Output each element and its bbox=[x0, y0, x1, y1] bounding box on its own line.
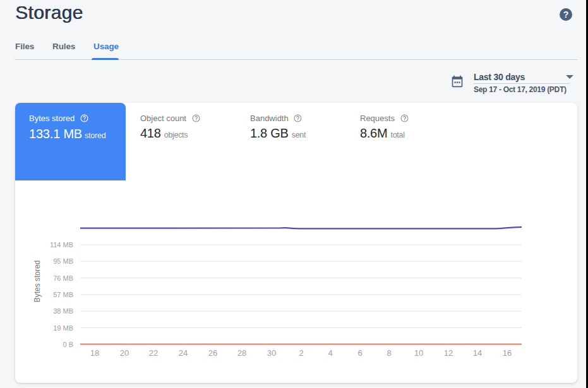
svg-text:14: 14 bbox=[473, 348, 482, 358]
svg-text:22: 22 bbox=[149, 348, 158, 358]
svg-text:4: 4 bbox=[328, 348, 332, 358]
svg-text:Bytes stored: Bytes stored bbox=[33, 261, 42, 303]
svg-text:114 MB: 114 MB bbox=[50, 241, 73, 249]
svg-text:26: 26 bbox=[208, 348, 217, 358]
svg-text:57 MB: 57 MB bbox=[53, 291, 73, 298]
svg-text:6: 6 bbox=[357, 348, 362, 358]
svg-text:2: 2 bbox=[299, 348, 303, 358]
svg-text:76 MB: 76 MB bbox=[53, 274, 73, 282]
svg-text:24: 24 bbox=[179, 348, 188, 358]
svg-text:0 B: 0 B bbox=[63, 341, 73, 348]
svg-text:10: 10 bbox=[414, 348, 423, 358]
svg-text:18: 18 bbox=[90, 348, 99, 358]
svg-text:28: 28 bbox=[237, 348, 246, 358]
svg-text:12: 12 bbox=[444, 348, 453, 358]
svg-text:8: 8 bbox=[387, 348, 391, 358]
svg-text:20: 20 bbox=[120, 348, 129, 358]
svg-text:95 MB: 95 MB bbox=[53, 257, 73, 265]
svg-text:30: 30 bbox=[267, 348, 276, 358]
svg-text:38 MB: 38 MB bbox=[53, 307, 73, 315]
svg-text:19 MB: 19 MB bbox=[53, 324, 73, 332]
svg-text:16: 16 bbox=[503, 348, 512, 358]
